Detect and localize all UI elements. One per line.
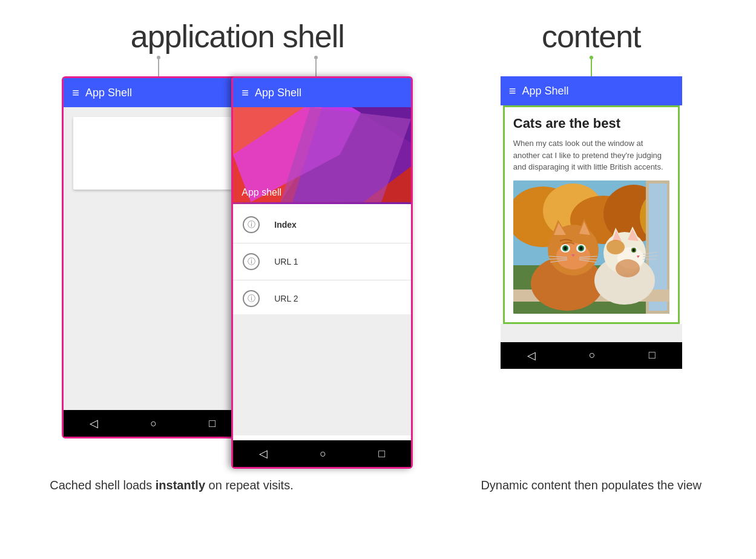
info-icon-1: ⓘ [243, 253, 260, 270]
app-bar-1: ≡ App Shell [64, 78, 242, 107]
home-icon-1[interactable]: ○ [150, 417, 157, 430]
drawer-item-2[interactable]: ⓘ URL 2 [233, 283, 411, 314]
drawer-item-label-2: URL 2 [274, 294, 298, 303]
recent-icon-2[interactable]: □ [378, 448, 385, 460]
svg-point-46 [633, 248, 635, 251]
divider-1 [233, 243, 411, 243]
app-bar-2: ≡ App Shell [233, 78, 411, 107]
nav-bar-3: ◁ ○ □ [501, 342, 682, 369]
nav-bar-2: ◁ ○ □ [233, 440, 411, 467]
back-icon-3[interactable]: ◁ [527, 349, 536, 362]
app-bar-title-2: App Shell [255, 87, 301, 99]
content-card-placeholder [73, 117, 232, 190]
hamburger-icon-1: ≡ [72, 86, 78, 100]
recent-icon-3[interactable]: □ [649, 349, 656, 362]
svg-point-26 [564, 246, 567, 250]
content-title: Cats are the best [513, 116, 669, 131]
home-icon-2[interactable]: ○ [320, 448, 326, 460]
phone-1: ≡ App Shell ◁ ○ □ [62, 76, 243, 438]
cat-image [513, 180, 669, 314]
content-label: content [542, 18, 641, 55]
drawer-list: ⓘ Index ⓘ URL 1 ⓘ URL 2 [233, 204, 411, 440]
drawer-item-label-1: URL 1 [274, 257, 298, 266]
drawer-header-title: App shell [242, 187, 281, 198]
divider-2 [233, 280, 411, 280]
app-bar-title-1: App Shell [85, 87, 132, 99]
hamburger-icon-2: ≡ [242, 86, 248, 100]
caption-left: Cached shell loads instantly on repeat v… [44, 478, 431, 492]
drawer-item-0[interactable]: ⓘ Index [233, 209, 411, 240]
app-bar-3: ≡ App Shell [501, 76, 682, 105]
content-text: When my cats look out the window at anot… [513, 137, 669, 173]
recent-icon-1[interactable]: □ [209, 417, 215, 430]
caption-right: Dynamic content then populates the view [470, 478, 712, 492]
phone-body-1 [64, 107, 242, 410]
svg-point-48 [616, 259, 640, 277]
drawer-item-1[interactable]: ⓘ URL 1 [233, 246, 411, 277]
content-green-border: Cats are the best When my cats look out … [503, 105, 680, 324]
annotation-line-3 [591, 59, 592, 76]
application-shell-label: application shell [131, 18, 344, 55]
svg-point-29 [579, 246, 582, 250]
home-icon-3[interactable]: ○ [589, 349, 596, 362]
back-icon-1[interactable]: ◁ [90, 417, 98, 430]
info-icon-0: ⓘ [243, 216, 260, 233]
cat-illustration [513, 180, 669, 314]
svg-point-47 [606, 240, 625, 254]
app-bar-title-3: App Shell [522, 85, 568, 98]
annotation-line-1 [158, 59, 159, 76]
info-icon-2: ⓘ [243, 290, 260, 307]
nav-bar-1: ◁ ○ □ [64, 410, 242, 437]
phone-3: ≡ App Shell Cats are the best When my ca… [501, 76, 682, 369]
drawer-item-label-0: Index [274, 220, 297, 230]
phone-2: ≡ App Shell App shell [231, 76, 413, 469]
annotation-line-2 [315, 59, 317, 76]
hamburger-icon-3: ≡ [509, 84, 515, 98]
drawer-header: App shell [233, 107, 411, 204]
back-icon-2[interactable]: ◁ [259, 447, 268, 460]
